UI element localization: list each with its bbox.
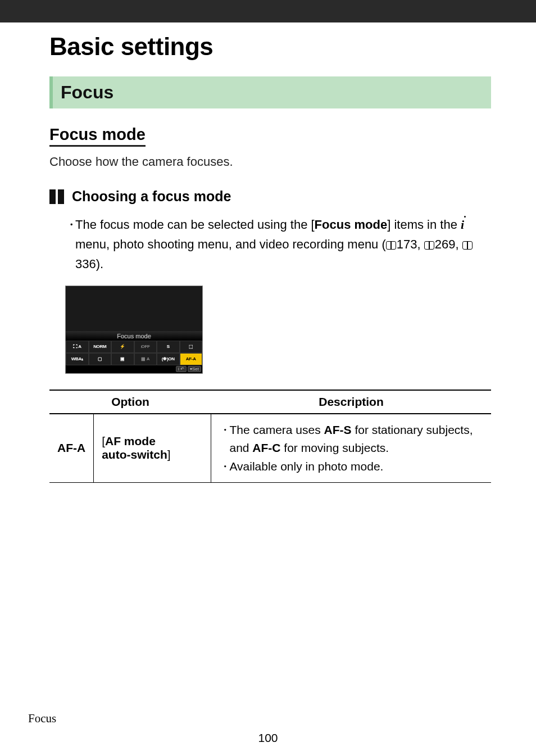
- footer-section-label: Focus: [28, 712, 56, 726]
- page-title: Basic settings: [49, 33, 491, 61]
- desc-afs: AF‑S: [324, 423, 352, 436]
- page-ref-2[interactable]: 269: [435, 237, 456, 251]
- focus-mode-options-table: Option Description AF-A [AF mode auto‑sw…: [49, 390, 491, 483]
- desc-text: Available only in photo mode.: [229, 458, 383, 476]
- bullet-focus-mode-label: Focus mode: [315, 218, 388, 232]
- lcd-preview-area: [66, 286, 202, 331]
- lcd-title: Focus mode: [66, 331, 202, 341]
- bullet-pre: The focus mode can be selected using the…: [75, 218, 315, 232]
- lcd-cell: NORM: [89, 341, 112, 353]
- desc-item: ・ The camera uses AF‑S for stationary su…: [219, 421, 483, 458]
- page-number: 100: [0, 731, 536, 745]
- lcd-cell: ⛶ A: [66, 341, 89, 353]
- lcd-cell: ⚡: [111, 341, 134, 353]
- bullet-dot-icon: ・: [65, 215, 75, 274]
- name-bold: AF mode auto‑switch: [102, 434, 167, 461]
- bullet-end: ).: [96, 257, 103, 271]
- table-header-option: Option: [49, 390, 211, 414]
- lcd-cell: ▢: [89, 353, 112, 365]
- bullet-mid2: menu, photo shooting menu, and video rec…: [75, 237, 386, 251]
- desc-text: The camera uses: [229, 423, 324, 436]
- subsection-heading: Focus mode: [49, 125, 146, 147]
- section-banner-label: Focus: [61, 82, 482, 103]
- top-bar: [0, 0, 536, 22]
- choosing-heading-row: Choosing a focus mode: [49, 188, 491, 205]
- page-ref-3[interactable]: 336: [75, 257, 96, 271]
- section-banner: Focus: [49, 76, 491, 108]
- camera-lcd-screenshot: Focus mode ⛶ A NORM ⚡ ᵢOFF S ⬚ WBA₁ ▢ ▣ …: [65, 286, 203, 374]
- page-content: Basic settings Focus Focus mode Choose h…: [0, 22, 536, 483]
- bullet-text: The focus mode can be selected using the…: [75, 215, 491, 274]
- i-menu-icon: i: [461, 218, 464, 232]
- bullet-dot-icon: ・: [219, 421, 229, 458]
- lcd-cell: ▦ A: [134, 353, 157, 365]
- choosing-heading: Choosing a focus mode: [72, 188, 231, 205]
- option-code: AF-A: [49, 414, 94, 483]
- subsection-intro: Choose how the camera focuses.: [49, 155, 491, 169]
- lcd-cell: (❉)ON: [157, 353, 180, 365]
- lcd-set-chip: ▾Set: [188, 366, 201, 372]
- choosing-bullet: ・ The focus mode can be selected using t…: [49, 215, 491, 274]
- table-row: AF-A [AF mode auto‑switch] ・ The camera …: [49, 414, 491, 483]
- page-ref-icon: [424, 241, 434, 249]
- sep2: ,: [455, 237, 462, 251]
- lcd-footer: i ↶ ▾Set: [66, 365, 202, 373]
- option-name: [AF mode auto‑switch]: [94, 414, 211, 483]
- desc-afc: AF‑C: [252, 441, 280, 454]
- subsection-heading-wrap: Focus mode: [49, 125, 491, 147]
- lcd-back-chip: i ↶: [176, 366, 187, 372]
- page-ref-icon: [386, 241, 396, 249]
- lcd-grid: ⛶ A NORM ⚡ ᵢOFF S ⬚ WBA₁ ▢ ▣ ▦ A (❉)ON A…: [66, 341, 202, 365]
- table-header-description: Description: [211, 390, 491, 414]
- bullet-dot-icon: ・: [219, 458, 229, 476]
- lcd-cell: S: [157, 341, 180, 353]
- name-post: ]: [167, 448, 171, 461]
- lcd-cell: ▣: [111, 353, 134, 365]
- page-ref-1[interactable]: 173: [397, 237, 417, 251]
- lcd-cell: ᵢOFF: [134, 341, 157, 353]
- option-description: ・ The camera uses AF‑S for stationary su…: [211, 414, 491, 483]
- desc-item: ・ Available only in photo mode.: [219, 458, 483, 476]
- bullet-mid1: ] items in the: [387, 218, 461, 232]
- lcd-cell: WBA₁: [66, 353, 89, 365]
- page-ref-icon: [462, 241, 473, 249]
- sep1: ,: [417, 237, 424, 251]
- lcd-cell-selected: AF-A: [180, 353, 203, 365]
- double-bar-icon: [49, 189, 64, 204]
- lcd-cell: ⬚: [180, 341, 203, 353]
- desc-text: for moving subjects.: [281, 441, 389, 454]
